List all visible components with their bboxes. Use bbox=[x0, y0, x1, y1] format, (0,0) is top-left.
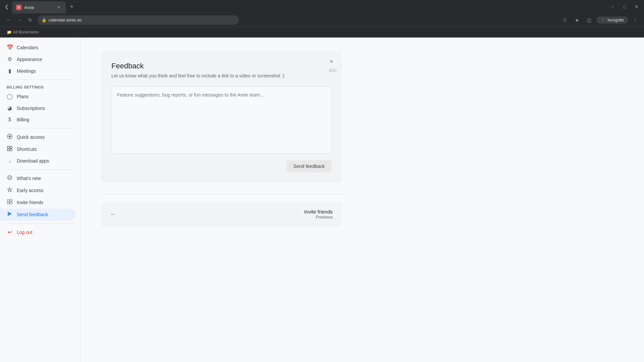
nav-card-title: Invite friends bbox=[304, 209, 333, 215]
maximize-button[interactable]: □ bbox=[620, 2, 629, 11]
sidebar-item-invite-friends[interactable]: Invite friends bbox=[0, 196, 76, 208]
sidebar-item-meetings[interactable]: ▮ Meetings bbox=[0, 65, 76, 77]
forward-button[interactable]: → bbox=[15, 15, 24, 25]
incognito-label: Incognito bbox=[607, 18, 624, 22]
folder-icon: 📁 bbox=[7, 30, 12, 35]
sidebar-item-label: Appearance bbox=[17, 57, 42, 62]
sidebar-item-early-access[interactable]: Early access bbox=[0, 184, 76, 196]
more-menu-button[interactable]: ⋮ bbox=[631, 15, 640, 25]
svg-rect-3 bbox=[10, 146, 12, 148]
page-content: 📅 Calendars ⚙ Appearance ▮ Meetings Bill… bbox=[0, 38, 644, 362]
sidebar-item-whats-new[interactable]: What's new bbox=[0, 172, 76, 184]
nav-buttons: ← → ↻ bbox=[4, 15, 35, 25]
minimize-button[interactable]: − bbox=[608, 2, 617, 11]
sidebar-item-label: Billing bbox=[17, 117, 29, 122]
nav-card-content: Invite friends Previous bbox=[304, 209, 333, 220]
url-text: calendar.amie.so bbox=[49, 17, 82, 22]
divider-3 bbox=[7, 169, 73, 170]
nav-back-arrow-icon: ← bbox=[110, 211, 116, 218]
quick-access-icon bbox=[7, 134, 13, 140]
subscriptions-icon: ◕ bbox=[7, 105, 13, 111]
send-feedback-button[interactable]: Send feedback bbox=[287, 160, 331, 172]
meetings-icon: ▮ bbox=[7, 68, 13, 74]
bookmarks-bar: 📁 All Bookmarks bbox=[0, 27, 644, 38]
browser-chrome: ❮ A Amie ✕ + − □ ✕ ← → ↻ 🔒 calendar.amie… bbox=[0, 0, 644, 38]
send-feedback-icon bbox=[7, 211, 13, 218]
sidebar-item-label: Subscriptions bbox=[17, 106, 45, 111]
svg-rect-10 bbox=[10, 202, 12, 204]
svg-rect-8 bbox=[10, 199, 12, 201]
divider-4 bbox=[7, 223, 73, 224]
svg-rect-2 bbox=[7, 146, 9, 148]
download-icon: ↓ bbox=[7, 158, 13, 164]
nav-card-label: Previous bbox=[304, 215, 333, 220]
sidebar-item-calendars[interactable]: 📅 Calendars bbox=[0, 42, 76, 53]
divider-2 bbox=[7, 128, 73, 128]
divider-1 bbox=[7, 79, 73, 80]
feedback-title: Feedback bbox=[111, 62, 331, 70]
address-right-controls: 👁︎‍⃣ ★ ◫ 🕴 Incognito ⋮ bbox=[560, 15, 640, 25]
tab-close-button[interactable]: ✕ bbox=[56, 4, 62, 10]
feedback-subtitle: Let us know what you think and feel free… bbox=[111, 73, 331, 78]
sidebar-item-appearance[interactable]: ⚙ Appearance bbox=[0, 53, 76, 65]
window-controls: − □ ✕ bbox=[608, 2, 641, 11]
sidebar-item-send-feedback[interactable]: Send feedback bbox=[0, 208, 76, 221]
new-tab-button[interactable]: + bbox=[67, 2, 76, 11]
svg-rect-9 bbox=[7, 202, 9, 204]
close-window-button[interactable]: ✕ bbox=[632, 2, 641, 11]
billing-icon: $ bbox=[7, 117, 13, 123]
sidebar-item-label: Invite friends bbox=[17, 200, 43, 205]
tab-favicon: A bbox=[16, 5, 21, 10]
feedback-card: × ESC Feedback Let us know what you thin… bbox=[101, 51, 342, 183]
side-panel-icon[interactable]: ◫ bbox=[584, 15, 594, 25]
sidebar-item-label: Meetings bbox=[17, 68, 36, 74]
sidebar-item-subscriptions[interactable]: ◕ Subscriptions bbox=[0, 102, 76, 114]
whats-new-icon bbox=[7, 175, 13, 182]
feedback-actions: Send feedback bbox=[111, 160, 331, 172]
bookmark-all[interactable]: 📁 All Bookmarks bbox=[4, 29, 42, 35]
svg-rect-7 bbox=[7, 199, 9, 201]
sidebar-item-label: Plans bbox=[17, 94, 29, 99]
sidebar-item-quick-access[interactable]: Quick access bbox=[0, 131, 76, 143]
reload-button[interactable]: ↻ bbox=[25, 15, 35, 25]
feedback-textarea[interactable] bbox=[111, 86, 331, 154]
sidebar-item-shortcuts[interactable]: Shortcuts bbox=[0, 143, 76, 155]
svg-rect-5 bbox=[10, 149, 12, 151]
appearance-icon: ⚙ bbox=[7, 56, 13, 62]
address-bar: ← → ↻ 🔒 calendar.amie.so 👁︎‍⃣ ★ ◫ 🕴 Inco… bbox=[0, 13, 644, 27]
calendar-icon: 📅 bbox=[7, 44, 13, 51]
sidebar-item-label: Download apps bbox=[17, 158, 49, 164]
incognito-icon: 🕴 bbox=[600, 18, 605, 22]
sidebar-item-plans[interactable]: ◯ Plans bbox=[0, 90, 76, 102]
sidebar-item-label: Calendars bbox=[17, 45, 38, 50]
incognito-badge: 🕴 Incognito bbox=[596, 16, 628, 24]
sidebar-item-billing[interactable]: $ Billing bbox=[0, 114, 76, 125]
feedback-close-button[interactable]: × bbox=[326, 56, 337, 67]
sidebar-item-label: Quick access bbox=[17, 134, 45, 140]
back-button[interactable]: ← bbox=[4, 15, 13, 25]
sidebar-item-logout[interactable]: ↩ Log out bbox=[0, 226, 76, 238]
shortcuts-icon bbox=[7, 146, 13, 153]
lock-icon: 🔒 bbox=[42, 18, 47, 22]
invite-friends-icon bbox=[7, 199, 13, 206]
logout-icon: ↩ bbox=[7, 229, 13, 235]
sidebar-item-label: Send feedback bbox=[17, 212, 48, 217]
sidebar-item-label: What's new bbox=[17, 176, 41, 181]
nav-card-invite-friends[interactable]: ← Invite friends Previous bbox=[101, 202, 342, 226]
sidebar-item-label: Early access bbox=[17, 188, 43, 193]
bookmark-icon[interactable]: ★ bbox=[572, 15, 582, 25]
esc-label: ESC bbox=[329, 68, 337, 72]
sidebar-item-download-apps[interactable]: ↓ Download apps bbox=[0, 155, 76, 167]
tab-title: Amie bbox=[24, 5, 34, 10]
eye-off-icon[interactable]: 👁︎‍⃣ bbox=[560, 15, 570, 25]
bookmark-label: All Bookmarks bbox=[13, 30, 39, 35]
tab-nav-prev[interactable]: ❮ bbox=[3, 3, 11, 11]
sidebar-item-label: Shortcuts bbox=[17, 146, 37, 152]
early-access-icon bbox=[7, 187, 13, 194]
active-tab[interactable]: A Amie ✕ bbox=[12, 1, 66, 13]
tab-bar: ❮ A Amie ✕ + − □ ✕ bbox=[0, 0, 644, 13]
content-divider bbox=[101, 194, 342, 194]
sidebar-item-label: Log out bbox=[17, 230, 33, 235]
url-box[interactable]: 🔒 calendar.amie.so bbox=[38, 15, 239, 25]
main-content: × ESC Feedback Let us know what you thin… bbox=[80, 38, 644, 362]
